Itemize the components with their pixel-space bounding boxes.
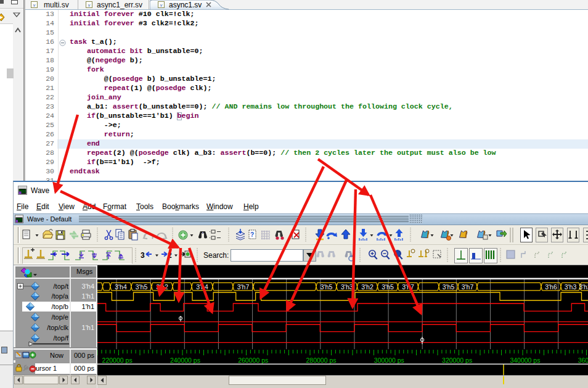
svg-text:300000 ps: 300000 ps <box>374 357 404 364</box>
svg-text:260000 ps: 260000 ps <box>238 357 268 364</box>
svg-text:3: 3 <box>141 251 145 260</box>
svg-text:220000 ps: 220000 ps <box>102 357 133 364</box>
svg-text:3'h7: 3'h7 <box>402 283 414 291</box>
svg-text:3'h7: 3'h7 <box>462 283 474 291</box>
svg-text:3'h2: 3'h2 <box>156 283 168 291</box>
svg-text:280000 ps: 280000 ps <box>306 357 337 364</box>
svg-text:Search:: Search: <box>203 251 229 260</box>
svg-text:3'h7: 3'h7 <box>237 283 250 291</box>
svg-text:3'h4: 3'h4 <box>196 283 208 291</box>
svg-text:340000 ps: 340000 ps <box>510 357 540 364</box>
svg-text:3'h5: 3'h5 <box>136 283 148 291</box>
svg-text:3'h2: 3'h2 <box>579 283 588 291</box>
svg-text:3'h5: 3'h5 <box>321 283 333 291</box>
svg-text:3'h3: 3'h3 <box>565 283 577 291</box>
svg-text:3'h2: 3'h2 <box>361 283 374 291</box>
svg-text:2: 2 <box>168 251 172 260</box>
svg-text:3'h4: 3'h4 <box>115 283 127 291</box>
svg-text:3'h3: 3'h3 <box>341 283 353 291</box>
svg-text:360000 ps: 360000 ps <box>578 357 588 364</box>
svg-text:3'h6: 3'h6 <box>545 283 557 291</box>
svg-text:320000 ps: 320000 ps <box>442 357 472 364</box>
svg-text:3'h5: 3'h5 <box>443 283 455 291</box>
svg-text:240000 ps: 240000 ps <box>170 357 200 364</box>
svg-text:3'h5: 3'h5 <box>382 283 394 291</box>
